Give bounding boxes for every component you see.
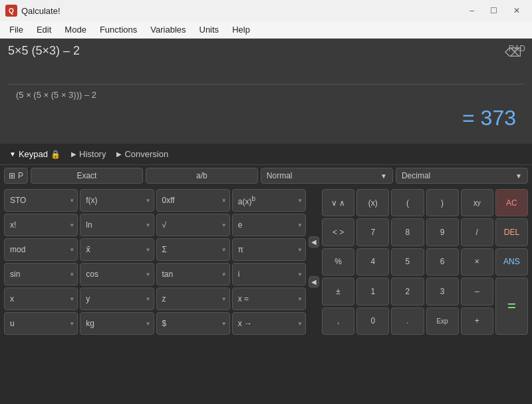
menu-item-functions[interactable]: Functions [93,23,144,37]
keypad-grid: STO▼ f(x)▼ 0xff▼ a(x)b▼ x!▼ ln▼ √▼ e▼ mo… [0,186,532,337]
ac-button[interactable]: AC [495,189,528,216]
minimize-button[interactable]: – [463,3,481,18]
left-keypad: STO▼ f(x)▼ 0xff▼ a(x)b▼ x!▼ ln▼ √▼ e▼ mo… [4,189,306,335]
result-area: (5 × (5 × (5 × 3))) – 2 RAD = 373 [8,84,524,138]
normal-select[interactable]: Normal ▼ [261,168,393,184]
tan-button[interactable]: tan▼ [156,263,230,286]
plusminus-button[interactable]: ± [322,278,354,305]
menu-item-file[interactable]: File [3,23,30,37]
lparen-button[interactable]: ( [391,189,424,216]
kg-button[interactable]: kg▼ [80,312,154,335]
pi-button[interactable]: π▼ [232,238,306,261]
keypad-controls-row: ⊞ P Exact a/b Normal ▼ Decimal ▼ [0,165,532,186]
u-button[interactable]: u▼ [4,312,78,335]
window-controls: – ☐ ✕ [463,3,527,18]
e-button[interactable]: e▼ [232,214,306,236]
decimal-select-value: Decimal [402,171,515,180]
four-button[interactable]: 4 [356,248,389,276]
chevron-down-icon2: ▼ [515,172,522,180]
conversion-arrow: ▶ [116,150,122,158]
sqrt-button[interactable]: √▼ [156,214,230,236]
dollar-button[interactable]: $▼ [156,312,230,335]
tab-conversion-label: Conversion [124,149,168,159]
expand-up-arrow[interactable]: ◀ [309,236,319,248]
z-button[interactable]: z▼ [156,288,230,310]
decimal-button[interactable]: . [391,307,424,335]
tab-keypad[interactable]: ▼ Keypad 🔒 [5,148,65,160]
middle-expand: ◀ ◀ [309,189,319,335]
one-button[interactable]: 1 [356,278,389,305]
menu-item-edit[interactable]: Edit [30,23,58,37]
rparen-button[interactable]: ) [426,189,459,216]
nine-button[interactable]: 9 [426,218,459,246]
grid-icon: ⊞ [9,171,15,180]
app-title: Qalculate! [21,6,463,16]
divide-button[interactable]: / [461,218,493,246]
sigma-button[interactable]: Σ▼ [156,238,230,261]
exp-button[interactable]: Exp [426,307,459,335]
keypad-section: ▼ Keypad 🔒 ▶ History ▶ Conversion ⊞ P Ex… [0,144,532,337]
cos-button[interactable]: cos▼ [80,263,154,286]
tab-keypad-label: Keypad [19,149,48,159]
hex-button[interactable]: 0xff▼ [156,189,230,212]
app-icon: Q [5,5,17,17]
expression-input[interactable]: 5×5 (5×3) – 2 [8,44,502,77]
normal-select-value: Normal [267,171,380,180]
ab-button[interactable]: a/b [146,168,258,184]
tab-conversion[interactable]: ▶ Conversion [112,148,172,160]
i-button[interactable]: i▼ [232,263,306,286]
ln-button[interactable]: ln▼ [80,214,154,236]
y-button[interactable]: y▼ [80,288,154,310]
seven-button[interactable]: 7 [356,218,389,246]
comma-button[interactable]: , [322,307,354,335]
fx-button[interactable]: f(x)▼ [80,189,154,212]
decimal-select[interactable]: Decimal ▼ [396,168,528,184]
close-button[interactable]: ✕ [507,3,527,18]
mode-badge: RAD [509,44,525,53]
three-button[interactable]: 3 [426,278,459,305]
ans-button[interactable]: ANS [495,248,528,276]
two-button[interactable]: 2 [391,278,424,305]
formatted-expression: (5 × (5 × (5 × 3))) – 2 [16,90,96,100]
menu-item-mode[interactable]: Mode [58,23,93,37]
maximize-button[interactable]: ☐ [483,3,504,18]
mod-button[interactable]: mod▼ [4,238,78,261]
multiply-button[interactable]: × [461,248,493,276]
result-value: = 373 [16,101,516,136]
exact-label: Exact [76,171,96,180]
sin-button[interactable]: sin▼ [4,263,78,286]
menu-item-help[interactable]: Help [225,23,257,37]
x-button[interactable]: x▼ [4,288,78,310]
ab-label: a/b [196,171,207,180]
grid-button[interactable]: ⊞ P [4,168,28,184]
xeq-button[interactable]: x =▼ [232,288,306,310]
factorial-button[interactable]: x!▼ [4,214,78,236]
axb-button[interactable]: a(x)b▼ [232,189,306,212]
shift-button[interactable]: < > [322,218,354,246]
titlebar: Q Qalculate! – ☐ ✕ [0,0,532,21]
xbar-button[interactable]: x̄▼ [80,238,154,261]
minus-button[interactable]: – [461,278,493,305]
five-button[interactable]: 5 [391,248,424,276]
history-arrow: ▶ [71,150,76,158]
exact-button[interactable]: Exact [31,168,143,184]
menu-item-units[interactable]: Units [193,23,226,37]
expand-down-arrow[interactable]: ◀ [309,276,319,288]
eight-button[interactable]: 8 [391,218,424,246]
zero-button[interactable]: 0 [356,307,389,335]
parens-x-button[interactable]: (x) [356,189,389,216]
lock-icon[interactable]: 🔒 [51,150,61,159]
del-button[interactable]: DEL [495,218,528,246]
menubar: FileEditModeFunctionsVariablesUnitsHelp [0,21,532,39]
menu-item-variables[interactable]: Variables [144,23,192,37]
logic-button[interactable]: ∨ ∧ [322,189,354,216]
six-button[interactable]: 6 [426,248,459,276]
equals-button[interactable]: = [495,278,528,335]
plus-button[interactable]: + [461,307,493,335]
sto-button[interactable]: STO▼ [4,189,78,212]
display-area: 5×5 (5×3) – 2 ⌫ (5 × (5 × (5 × 3))) – 2 … [0,39,532,144]
tab-history[interactable]: ▶ History [67,148,110,160]
xarrow-button[interactable]: x →▼ [232,312,306,335]
power-button[interactable]: xy [461,189,493,216]
percent-button[interactable]: % [322,248,354,276]
